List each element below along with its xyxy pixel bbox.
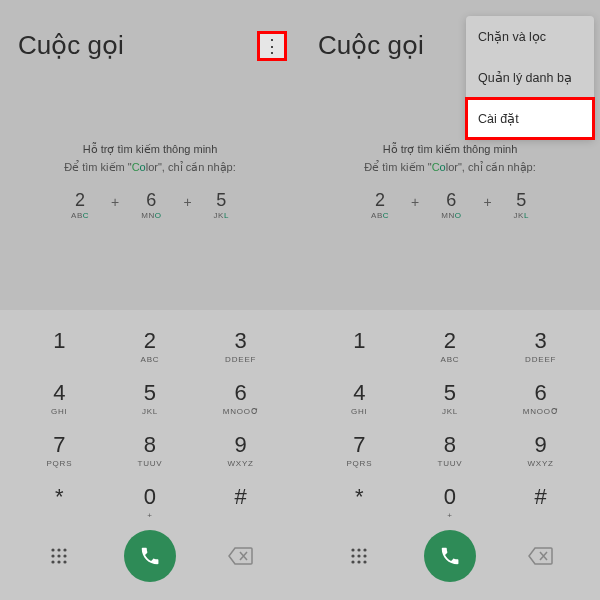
example-keys: 2 ABC + 6 MNO + 5 JKL <box>300 190 600 220</box>
key-7[interactable]: 7PQRS <box>14 432 105 468</box>
key-8[interactable]: 8TUUV <box>105 432 196 468</box>
svg-point-15 <box>352 560 355 563</box>
key-7[interactable]: 7PQRS <box>314 432 405 468</box>
more-vertical-icon: ⋮ <box>263 35 281 57</box>
example-key: 5 JKL <box>214 190 229 220</box>
example-key: 2 ABC <box>71 190 89 220</box>
key-1[interactable]: 1 <box>314 328 405 364</box>
svg-point-6 <box>52 560 55 563</box>
backspace-button[interactable] <box>526 545 556 567</box>
hint-line2: Để tìm kiếm "Color", chỉ cần nhập: <box>300 159 600 177</box>
key-star[interactable]: * <box>14 484 105 520</box>
key-hash[interactable]: # <box>495 484 586 520</box>
menu-item-settings-highlighted[interactable]: Cài đặt <box>466 98 594 139</box>
example-key: 5 JKL <box>514 190 529 220</box>
key-hash[interactable]: # <box>195 484 286 520</box>
svg-point-12 <box>352 554 355 557</box>
key-5[interactable]: 5JKL <box>405 380 496 416</box>
pane-left: Cuộc gọi ⋮ Hỗ trợ tìm kiếm thông minh Để… <box>0 0 300 600</box>
svg-point-14 <box>364 554 367 557</box>
call-button[interactable] <box>124 530 176 582</box>
backspace-button[interactable] <box>226 545 256 567</box>
dialpad-toggle-button[interactable] <box>46 543 72 569</box>
options-menu: Chặn và lọc Quản lý danh bạ Cài đặt <box>466 16 594 139</box>
more-options-button-highlighted[interactable]: ⋮ <box>258 32 286 60</box>
example-key: 6 MNO <box>441 190 461 220</box>
svg-point-1 <box>58 548 61 551</box>
example-key: 2 ABC <box>371 190 389 220</box>
key-3[interactable]: 3DDEEF <box>195 328 286 364</box>
svg-point-13 <box>358 554 361 557</box>
smart-search-hint: Hỗ trợ tìm kiếm thông minh Để tìm kiếm "… <box>300 141 600 176</box>
page-title: Cuộc gọi <box>318 30 424 61</box>
menu-item-block-filter[interactable]: Chặn và lọc <box>466 16 594 57</box>
menu-item-manage-contacts[interactable]: Quản lý danh bạ <box>466 57 594 98</box>
key-6[interactable]: 6MNOOƠ <box>195 380 286 416</box>
dialpad-grid-icon <box>350 547 368 565</box>
hint-line1: Hỗ trợ tìm kiếm thông minh <box>300 141 600 159</box>
key-9[interactable]: 9WXYZ <box>495 432 586 468</box>
key-2[interactable]: 2ABC <box>405 328 496 364</box>
key-9[interactable]: 9WXYZ <box>195 432 286 468</box>
svg-point-0 <box>52 548 55 551</box>
hint-line2: Để tìm kiếm "Color", chỉ cần nhập: <box>0 159 300 177</box>
key-6[interactable]: 6MNOOƠ <box>495 380 586 416</box>
example-keys: 2 ABC + 6 MNO + 5 JKL <box>0 190 300 220</box>
key-2[interactable]: 2ABC <box>105 328 196 364</box>
svg-point-9 <box>352 548 355 551</box>
dial-keypad: 1 2ABC 3DDEEF 4GHI 5JKL 6MNOOƠ 7PQRS 8TU… <box>300 320 600 526</box>
key-4[interactable]: 4GHI <box>314 380 405 416</box>
plus-icon: + <box>411 190 419 210</box>
key-0[interactable]: 0+ <box>105 484 196 520</box>
header: Cuộc gọi ⋮ <box>0 0 300 81</box>
call-button[interactable] <box>424 530 476 582</box>
key-5[interactable]: 5JKL <box>105 380 196 416</box>
plus-icon: + <box>183 190 191 210</box>
dialpad-grid-icon <box>50 547 68 565</box>
svg-point-2 <box>64 548 67 551</box>
key-8[interactable]: 8TUUV <box>405 432 496 468</box>
phone-icon <box>139 545 161 567</box>
svg-point-3 <box>52 554 55 557</box>
page-title: Cuộc gọi <box>18 30 124 61</box>
smart-search-hint: Hỗ trợ tìm kiếm thông minh Để tìm kiếm "… <box>0 141 300 176</box>
key-star[interactable]: * <box>314 484 405 520</box>
svg-point-10 <box>358 548 361 551</box>
key-0[interactable]: 0+ <box>405 484 496 520</box>
svg-point-5 <box>64 554 67 557</box>
key-4[interactable]: 4GHI <box>14 380 105 416</box>
pane-right: Cuộc gọi ⋮ Chặn và lọc Quản lý danh bạ C… <box>300 0 600 600</box>
svg-point-11 <box>364 548 367 551</box>
keypad-panel: 1 2ABC 3DDEEF 4GHI 5JKL 6MNOOƠ 7PQRS 8TU… <box>300 310 600 600</box>
key-3[interactable]: 3DDEEF <box>495 328 586 364</box>
plus-icon: + <box>483 190 491 210</box>
keypad-bottom-row <box>300 526 600 600</box>
phone-icon <box>439 545 461 567</box>
key-1[interactable]: 1 <box>14 328 105 364</box>
svg-point-8 <box>64 560 67 563</box>
dial-keypad: 1 2ABC 3DDEEF 4GHI 5JKL 6MNOOƠ 7PQRS 8TU… <box>0 320 300 526</box>
keypad-panel: 1 2ABC 3DDEEF 4GHI 5JKL 6MNOOƠ 7PQRS 8TU… <box>0 310 300 600</box>
keypad-bottom-row <box>0 526 300 600</box>
example-key: 6 MNO <box>141 190 161 220</box>
backspace-icon <box>228 547 254 565</box>
hint-line1: Hỗ trợ tìm kiếm thông minh <box>0 141 300 159</box>
backspace-icon <box>528 547 554 565</box>
svg-point-17 <box>364 560 367 563</box>
plus-icon: + <box>111 190 119 210</box>
dialpad-toggle-button[interactable] <box>346 543 372 569</box>
svg-point-4 <box>58 554 61 557</box>
svg-point-7 <box>58 560 61 563</box>
svg-point-16 <box>358 560 361 563</box>
